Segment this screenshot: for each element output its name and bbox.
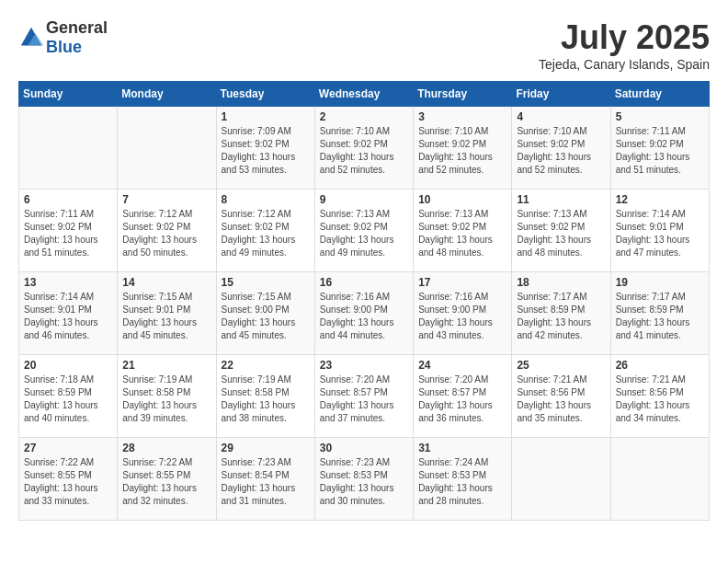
day-number: 7	[122, 193, 210, 206]
day-info: Sunrise: 7:22 AMSunset: 8:55 PMDaylight:…	[122, 456, 210, 508]
day-number: 11	[517, 193, 605, 206]
day-info: Sunrise: 7:13 AMSunset: 9:02 PMDaylight:…	[418, 208, 506, 259]
location: Tejeda, Canary Islands, Spain	[539, 57, 710, 72]
day-number: 18	[517, 276, 605, 289]
calendar-week-3: 13Sunrise: 7:14 AMSunset: 9:01 PMDayligh…	[19, 272, 710, 355]
calendar-cell-w1d6: 4Sunrise: 7:10 AMSunset: 9:02 PMDaylight…	[512, 107, 610, 190]
calendar-cell-w2d7: 12Sunrise: 7:14 AMSunset: 9:01 PMDayligh…	[610, 190, 709, 272]
day-number: 2	[320, 110, 408, 123]
day-info: Sunrise: 7:20 AMSunset: 8:57 PMDaylight:…	[418, 373, 506, 425]
calendar-cell-w5d6	[512, 438, 610, 521]
calendar-cell-w3d1: 13Sunrise: 7:14 AMSunset: 9:01 PMDayligh…	[19, 272, 118, 355]
title-block: July 2025 Tejeda, Canary Islands, Spain	[539, 18, 710, 72]
calendar-week-1: 1Sunrise: 7:09 AMSunset: 9:02 PMDaylight…	[19, 107, 710, 190]
day-info: Sunrise: 7:11 AMSunset: 9:02 PMDaylight:…	[616, 125, 704, 177]
calendar-cell-w2d1: 6Sunrise: 7:11 AMSunset: 9:02 PMDaylight…	[19, 190, 118, 272]
day-number: 4	[517, 110, 605, 123]
calendar-cell-w3d7: 19Sunrise: 7:17 AMSunset: 8:59 PMDayligh…	[610, 272, 709, 355]
calendar-cell-w4d2: 21Sunrise: 7:19 AMSunset: 8:58 PMDayligh…	[118, 355, 216, 438]
day-number: 27	[24, 442, 112, 454]
calendar-cell-w1d5: 3Sunrise: 7:10 AMSunset: 9:02 PMDaylight…	[414, 107, 512, 190]
day-number: 23	[320, 359, 408, 372]
day-number: 24	[418, 359, 506, 372]
day-number: 6	[24, 193, 112, 206]
calendar-week-2: 6Sunrise: 7:11 AMSunset: 9:02 PMDaylight…	[19, 190, 710, 272]
header-day-thursday: Thursday	[414, 82, 512, 107]
calendar-cell-w4d5: 24Sunrise: 7:20 AMSunset: 8:57 PMDayligh…	[414, 355, 512, 438]
calendar-cell-w2d5: 10Sunrise: 7:13 AMSunset: 9:02 PMDayligh…	[414, 190, 512, 272]
calendar-cell-w5d2: 28Sunrise: 7:22 AMSunset: 8:55 PMDayligh…	[118, 438, 216, 521]
calendar-cell-w4d4: 23Sunrise: 7:20 AMSunset: 8:57 PMDayligh…	[314, 355, 413, 438]
logo: General Blue	[18, 18, 108, 57]
day-number: 14	[122, 276, 210, 289]
day-info: Sunrise: 7:15 AMSunset: 9:01 PMDaylight:…	[122, 291, 210, 342]
day-number: 9	[320, 193, 408, 206]
day-info: Sunrise: 7:10 AMSunset: 9:02 PMDaylight:…	[320, 125, 408, 177]
calendar-cell-w5d5: 31Sunrise: 7:24 AMSunset: 8:53 PMDayligh…	[414, 438, 512, 521]
day-info: Sunrise: 7:22 AMSunset: 8:55 PMDaylight:…	[24, 456, 112, 508]
calendar-week-5: 27Sunrise: 7:22 AMSunset: 8:55 PMDayligh…	[19, 438, 710, 521]
day-info: Sunrise: 7:15 AMSunset: 9:00 PMDaylight:…	[222, 291, 310, 342]
calendar-cell-w2d4: 9Sunrise: 7:13 AMSunset: 9:02 PMDaylight…	[314, 190, 413, 272]
day-info: Sunrise: 7:18 AMSunset: 8:59 PMDaylight:…	[24, 373, 112, 425]
day-number: 1	[222, 110, 310, 123]
calendar-cell-w3d4: 16Sunrise: 7:16 AMSunset: 9:00 PMDayligh…	[314, 272, 413, 355]
calendar-cell-w1d7: 5Sunrise: 7:11 AMSunset: 9:02 PMDaylight…	[610, 107, 709, 190]
header-day-wednesday: Wednesday	[314, 82, 413, 107]
calendar-table: SundayMondayTuesdayWednesdayThursdayFrid…	[18, 81, 710, 521]
calendar-cell-w1d2	[118, 107, 216, 190]
calendar-cell-w4d6: 25Sunrise: 7:21 AMSunset: 8:56 PMDayligh…	[512, 355, 610, 438]
calendar-cell-w5d7	[610, 438, 709, 521]
calendar-cell-w5d4: 30Sunrise: 7:23 AMSunset: 8:53 PMDayligh…	[314, 438, 413, 521]
day-number: 29	[222, 442, 310, 454]
header-day-saturday: Saturday	[610, 82, 709, 107]
day-info: Sunrise: 7:11 AMSunset: 9:02 PMDaylight:…	[24, 208, 112, 259]
header-day-friday: Friday	[512, 82, 610, 107]
calendar-week-4: 20Sunrise: 7:18 AMSunset: 8:59 PMDayligh…	[19, 355, 710, 438]
day-info: Sunrise: 7:14 AMSunset: 9:01 PMDaylight:…	[616, 208, 704, 259]
calendar-cell-w5d1: 27Sunrise: 7:22 AMSunset: 8:55 PMDayligh…	[19, 438, 118, 521]
day-info: Sunrise: 7:10 AMSunset: 9:02 PMDaylight:…	[418, 125, 506, 177]
day-number: 8	[222, 193, 310, 206]
day-number: 10	[418, 193, 506, 206]
day-number: 15	[222, 276, 310, 289]
calendar-cell-w3d6: 18Sunrise: 7:17 AMSunset: 8:59 PMDayligh…	[512, 272, 610, 355]
day-info: Sunrise: 7:12 AMSunset: 9:02 PMDaylight:…	[122, 208, 210, 259]
calendar-cell-w2d2: 7Sunrise: 7:12 AMSunset: 9:02 PMDaylight…	[118, 190, 216, 272]
calendar-cell-w3d2: 14Sunrise: 7:15 AMSunset: 9:01 PMDayligh…	[118, 272, 216, 355]
day-info: Sunrise: 7:21 AMSunset: 8:56 PMDaylight:…	[517, 373, 605, 425]
month-year: July 2025	[539, 18, 710, 57]
day-number: 19	[616, 276, 704, 289]
day-info: Sunrise: 7:20 AMSunset: 8:57 PMDaylight:…	[320, 373, 408, 425]
day-info: Sunrise: 7:19 AMSunset: 8:58 PMDaylight:…	[122, 373, 210, 425]
calendar-cell-w4d3: 22Sunrise: 7:19 AMSunset: 8:58 PMDayligh…	[216, 355, 314, 438]
day-number: 25	[517, 359, 605, 372]
day-number: 13	[24, 276, 112, 289]
calendar-header-row: SundayMondayTuesdayWednesdayThursdayFrid…	[19, 82, 710, 107]
header-day-tuesday: Tuesday	[216, 82, 314, 107]
day-number: 26	[616, 359, 704, 372]
calendar-cell-w3d5: 17Sunrise: 7:16 AMSunset: 9:00 PMDayligh…	[414, 272, 512, 355]
logo-blue: Blue	[46, 38, 82, 56]
day-info: Sunrise: 7:13 AMSunset: 9:02 PMDaylight:…	[320, 208, 408, 259]
logo-icon	[18, 25, 44, 51]
day-number: 30	[320, 442, 408, 454]
day-info: Sunrise: 7:13 AMSunset: 9:02 PMDaylight:…	[517, 208, 605, 259]
header-day-monday: Monday	[118, 82, 216, 107]
day-number: 28	[122, 442, 210, 454]
day-number: 5	[616, 110, 704, 123]
day-info: Sunrise: 7:09 AMSunset: 9:02 PMDaylight:…	[222, 125, 310, 177]
calendar-cell-w1d4: 2Sunrise: 7:10 AMSunset: 9:02 PMDaylight…	[314, 107, 413, 190]
calendar-cell-w2d6: 11Sunrise: 7:13 AMSunset: 9:02 PMDayligh…	[512, 190, 610, 272]
day-info: Sunrise: 7:17 AMSunset: 8:59 PMDaylight:…	[616, 291, 704, 342]
calendar-cell-w3d3: 15Sunrise: 7:15 AMSunset: 9:00 PMDayligh…	[216, 272, 314, 355]
day-info: Sunrise: 7:21 AMSunset: 8:56 PMDaylight:…	[616, 373, 704, 425]
logo-general: General	[46, 18, 108, 37]
day-number: 20	[24, 359, 112, 372]
page-header: General Blue July 2025 Tejeda, Canary Is…	[18, 18, 710, 72]
day-info: Sunrise: 7:19 AMSunset: 8:58 PMDaylight:…	[222, 373, 310, 425]
calendar-cell-w4d1: 20Sunrise: 7:18 AMSunset: 8:59 PMDayligh…	[19, 355, 118, 438]
calendar-cell-w5d3: 29Sunrise: 7:23 AMSunset: 8:54 PMDayligh…	[216, 438, 314, 521]
day-info: Sunrise: 7:23 AMSunset: 8:53 PMDaylight:…	[320, 456, 408, 508]
header-day-sunday: Sunday	[19, 82, 118, 107]
